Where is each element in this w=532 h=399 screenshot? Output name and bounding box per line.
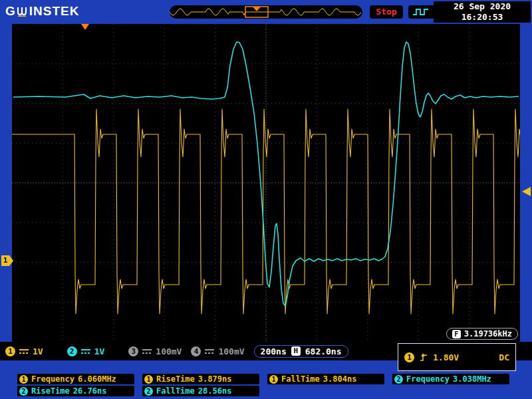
logo-text-g: G [5,4,16,19]
channel2-status[interactable]: 2 1V [67,346,105,356]
measurement-label: Frequency [31,374,74,384]
preview-sine-wave [170,9,361,15]
logo-text-instek: INSTEK [29,4,80,19]
dc-coupling-icon [80,348,91,355]
measurement-label: FallTime [281,374,320,384]
measurement-label: RiseTime [31,386,70,396]
scope-display: F 3.19736kHz [12,24,520,342]
measurement-ch1-falltime: 1 FallTime 3.804ns [267,374,384,384]
timebase-value: 200ns [261,346,287,356]
measurement-label: Frequency [406,374,450,384]
time-text: 16:20:53 [434,12,531,23]
measurement-value: 26.76ns [73,386,107,396]
measurement-value: 3.879ns [198,374,232,384]
channel1-scale: 1V [33,346,43,356]
datetime-panel: 26 Sep 2020 16:20:53 [434,1,531,23]
dc-coupling-icon [19,348,29,355]
frequency-counter: F 3.19736kHz [446,328,518,340]
right-arrow-icon [9,255,13,266]
channel1-status[interactable]: 1 1V [5,346,43,356]
channel1-badge: 1 [5,346,15,356]
scope-graticule [12,24,520,342]
trigger-status-button[interactable] [408,5,435,19]
trigger-level-marker[interactable] [522,187,531,196]
trigger-panel[interactable]: 1 1.80V DC [398,343,516,371]
measurement-ch2-frequency: 2 Frequency 3.038MHz [392,374,509,384]
preview-waveform-icon [170,5,361,19]
measurement-row-1: 1 Frequency 6.060MHz 1 RiseTime 3.879ns … [17,374,509,384]
measurement-value: 28.56ns [198,386,232,396]
dc-coupling-icon [204,348,215,355]
waveform-preview-bar[interactable] [170,5,362,19]
frequency-counter-badge: F [452,330,461,338]
channel3-badge: 3 [128,346,138,356]
channel2-badge: 2 [67,346,77,356]
channel4-status[interactable]: 4 100mV [191,346,244,356]
channel1-position-label: 1 [1,255,9,266]
measurement-value: 3.038MHz [453,374,491,384]
dc-coupling-icon [142,348,152,355]
logo-wave-icon [17,6,29,17]
channel1-badge: 1 [269,375,278,384]
horizontal-position-badge: H [291,346,301,356]
channel2-badge: 2 [144,387,153,396]
stop-button[interactable]: Stop [370,5,403,19]
channel3-status[interactable]: 3 100mV [128,346,182,356]
measurement-ch2-risetime: 2 RiseTime 26.76ns [17,386,134,396]
measurement-value: 6.060MHz [78,374,116,384]
trigger-position-marker[interactable] [81,24,89,30]
trigger-source-badge: 1 [404,352,414,362]
measurement-row-2: 2 RiseTime 26.76ns 2 FallTime 28.56ns [17,386,259,396]
timebase-panel[interactable]: 200ns H 682.0ns [254,345,348,358]
measurement-ch2-falltime: 2 FallTime 28.56ns [142,386,259,396]
channel1-badge: 1 [19,375,28,384]
channel1-badge: 1 [144,375,153,384]
measurement-ch1-frequency: 1 Frequency 6.060MHz [17,374,134,384]
gwinstek-logo: G INSTEK [5,4,79,19]
channel2-scale: 1V [94,346,105,356]
frequency-counter-value: 3.19736kHz [464,329,512,338]
channel4-scale: 100mV [218,346,244,356]
measurement-value: 3.804ns [323,374,357,384]
horizontal-position-value: 682.0ns [305,346,342,356]
channel4-badge: 4 [191,346,201,356]
ch2-trace [13,42,519,306]
square-wave-icon [412,7,432,17]
oscilloscope-screen: G INSTEK Stop 26 Sep 2020 16:20:53 F 3.1… [0,0,532,399]
date-text: 26 Sep 2020 [434,1,531,12]
preview-position-marker[interactable] [253,7,261,11]
channel3-scale: 100mV [156,346,182,356]
measurement-ch1-risetime: 1 RiseTime 3.879ns [142,374,259,384]
channel2-badge: 2 [394,375,403,384]
measurement-label: FallTime [156,386,195,396]
trigger-coupling: DC [499,352,509,362]
trigger-level-value: 1.80V [433,352,459,362]
channel1-position-marker[interactable]: 1 [1,255,13,266]
channel2-badge: 2 [19,387,28,396]
measurement-label: RiseTime [156,374,195,384]
rising-edge-icon [419,351,428,363]
